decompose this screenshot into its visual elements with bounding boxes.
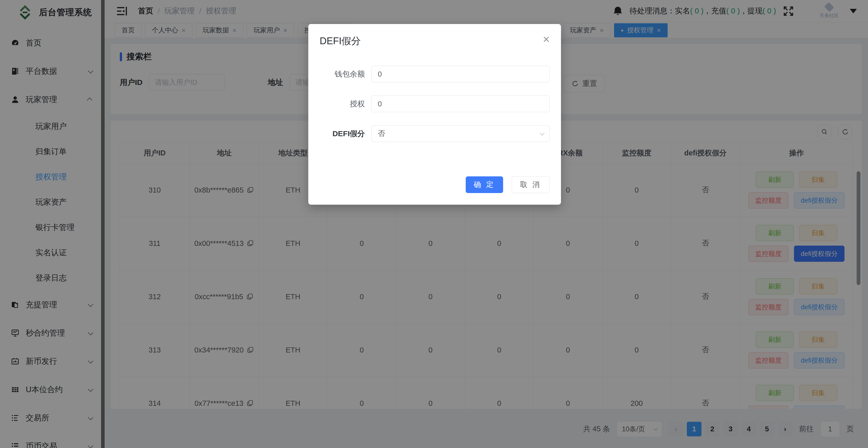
authorization-label: 授权 (320, 99, 371, 109)
chevron-down-icon (540, 131, 544, 135)
modal-form: 钱包余额 授权 DEFI假分 否 (320, 66, 550, 142)
defi-fake-label: DEFI假分 (320, 129, 371, 139)
close-icon[interactable]: × (543, 35, 550, 44)
authorization-input[interactable] (371, 96, 550, 112)
defi-modal: DEFI假分 × 钱包余额 授权 DEFI假分 否 (308, 24, 561, 205)
cancel-button[interactable]: 取 消 (512, 177, 550, 193)
confirm-button[interactable]: 确 定 (466, 177, 503, 193)
wallet-balance-label: 钱包余额 (320, 69, 371, 79)
defi-fake-select[interactable]: 否 (371, 125, 550, 142)
admin-page: 后台管理系统 首页 平台数据 玩家管理 (0, 0, 868, 448)
modal-title: DEFI假分 (320, 35, 361, 47)
wallet-balance-input[interactable] (371, 66, 550, 83)
